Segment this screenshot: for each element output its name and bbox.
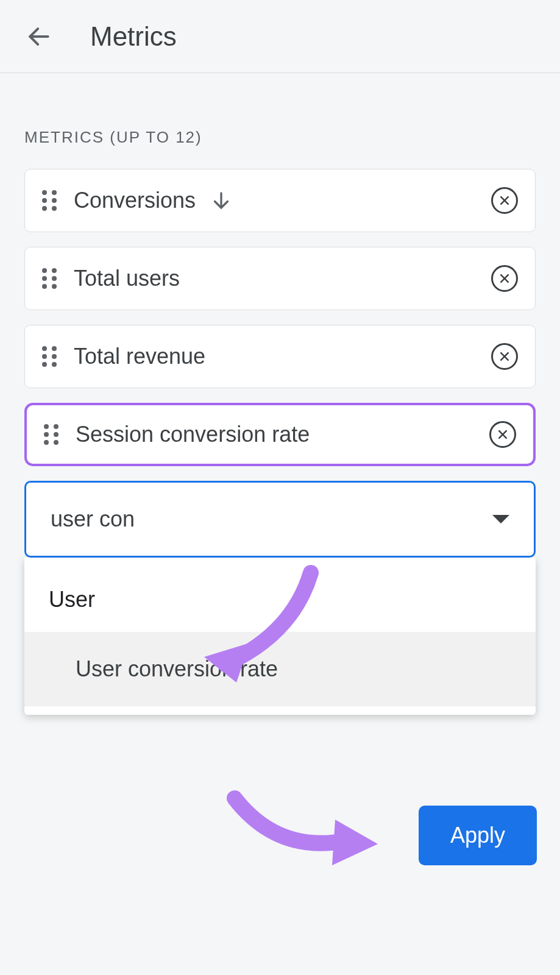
metric-label: Total revenue bbox=[74, 344, 205, 369]
remove-button[interactable] bbox=[489, 421, 516, 448]
dropdown-panel: User User conversion rate bbox=[24, 558, 536, 715]
metric-label: Session conversion rate bbox=[76, 422, 310, 447]
remove-button[interactable] bbox=[491, 343, 518, 370]
dropdown-option-user-conversion-rate[interactable]: User conversion rate bbox=[24, 632, 536, 706]
page-title: Metrics bbox=[90, 21, 177, 52]
back-button[interactable] bbox=[24, 22, 54, 51]
metric-label: Conversions bbox=[74, 188, 196, 213]
drag-handle-icon[interactable] bbox=[44, 424, 58, 445]
header: Metrics bbox=[0, 0, 560, 73]
add-metric-combobox[interactable] bbox=[24, 481, 536, 558]
apply-button[interactable]: Apply bbox=[419, 806, 537, 865]
arrow-left-icon bbox=[26, 23, 52, 50]
close-icon bbox=[498, 272, 511, 285]
section-label: METRICS (UP TO 12) bbox=[24, 128, 536, 147]
arrow-down-icon[interactable] bbox=[210, 190, 232, 211]
close-icon bbox=[497, 428, 509, 441]
close-icon bbox=[498, 350, 511, 363]
metric-label: Total users bbox=[74, 266, 180, 291]
metric-row-total-revenue[interactable]: Total revenue bbox=[24, 325, 536, 388]
close-icon bbox=[498, 194, 511, 207]
annotation-arrow-icon bbox=[216, 786, 387, 878]
dropdown-group-header: User bbox=[24, 558, 536, 632]
drag-handle-icon[interactable] bbox=[42, 268, 57, 289]
content-area: METRICS (UP TO 12) Conversions Total use… bbox=[0, 73, 560, 715]
svg-marker-11 bbox=[332, 820, 378, 865]
caret-down-icon[interactable] bbox=[492, 515, 509, 523]
metric-row-total-users[interactable]: Total users bbox=[24, 247, 536, 310]
metric-row-conversions[interactable]: Conversions bbox=[24, 169, 536, 232]
remove-button[interactable] bbox=[491, 187, 518, 214]
add-metric-input[interactable] bbox=[51, 506, 492, 532]
drag-handle-icon[interactable] bbox=[42, 346, 57, 367]
metric-row-session-conversion-rate[interactable]: Session conversion rate bbox=[24, 403, 536, 466]
remove-button[interactable] bbox=[491, 265, 518, 292]
drag-handle-icon[interactable] bbox=[42, 190, 57, 211]
